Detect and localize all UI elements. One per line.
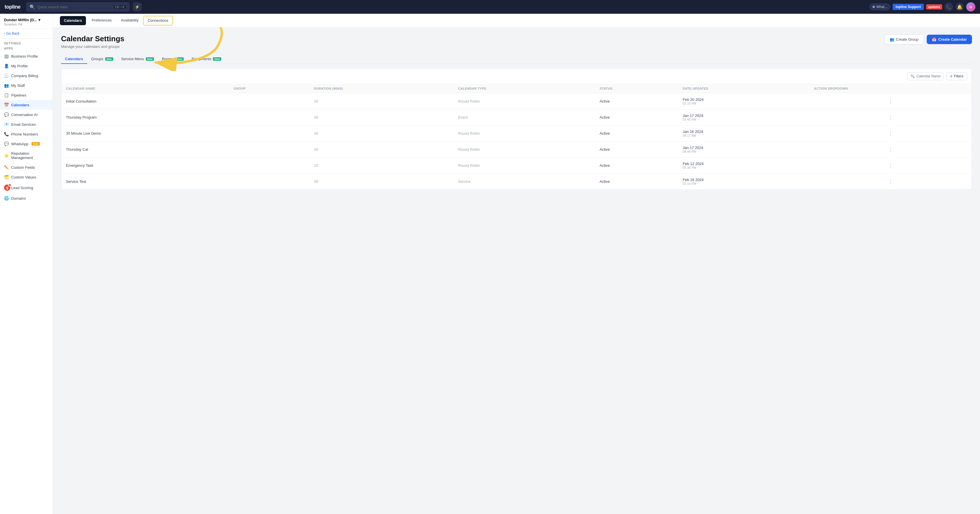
go-back-link[interactable]: ‹ Go Back xyxy=(0,29,53,39)
sidebar-item-custom-values[interactable]: 🗂️ Custom Values xyxy=(0,172,53,182)
email-icon: 📧 xyxy=(4,122,9,127)
search-icon: 🔍 xyxy=(910,74,915,78)
sidebar-item-company-billing[interactable]: 🧾 Company Billing xyxy=(0,71,53,81)
cell-duration: 30 xyxy=(309,142,453,158)
cell-action[interactable]: ⋮ xyxy=(810,110,972,126)
phone-icon: 📞 xyxy=(4,132,9,136)
cell-action[interactable]: ⋮ xyxy=(810,173,972,190)
subnav: Calendars Preferences Availability Conne… xyxy=(53,14,980,27)
pipelines-icon: 📋 xyxy=(4,93,9,97)
search-icon: 🔍 xyxy=(30,4,35,10)
cell-action[interactable]: ⋮ xyxy=(810,93,972,110)
cell-type: Round Robin xyxy=(453,158,595,173)
bolt-button[interactable]: ⚡ xyxy=(133,3,142,11)
sidebar-item-custom-fields[interactable]: ✏️ Custom Fields xyxy=(0,162,53,172)
cell-duration: 30 xyxy=(309,93,453,110)
billing-icon: 🧾 xyxy=(4,73,9,78)
group-icon: 👥 xyxy=(890,37,894,41)
cell-group xyxy=(229,93,309,110)
col-calendar-name: Calendar Name xyxy=(61,84,229,93)
cell-group xyxy=(229,173,309,190)
sidebar-item-label: Custom Values xyxy=(11,175,36,179)
company-selector[interactable]: Dunder Mifflin [D... ▾ Scranton, PA xyxy=(0,14,53,29)
table-toolbar: 🔍 Calendar Name ≡ Filters xyxy=(61,69,972,84)
building-icon: 🏢 xyxy=(4,54,9,59)
col-date-updated: Date Updated xyxy=(678,84,810,93)
sidebar-item-conversation-ai[interactable]: 💬 Conversation AI xyxy=(0,110,53,119)
subnav-tab-availability[interactable]: Availability xyxy=(116,14,143,27)
table-header-row: Calendar Name Group Duration (mins) Cale… xyxy=(61,84,972,93)
calendars-table-card: 🔍 Calendar Name ≡ Filters Calendar Name … xyxy=(61,68,972,190)
cell-date-updated: Jan 16 2024 09 17 AM xyxy=(678,126,810,142)
sidebar-item-label: Calendars xyxy=(11,103,29,107)
inner-tab-equipments[interactable]: Equipments New xyxy=(188,54,225,64)
sidebar-item-whatsapp[interactable]: 💬 WhatsApp beta xyxy=(0,139,53,149)
sidebar-item-my-profile[interactable]: 👤 My Profile xyxy=(0,61,53,71)
company-location: Scranton, PA xyxy=(4,22,49,26)
sidebar-item-label: Business Profile xyxy=(11,54,38,59)
subnav-tab-preferences[interactable]: Preferences xyxy=(87,14,116,27)
table-row: Thursday Cal 30 Round Robin Active Jan 1… xyxy=(61,142,972,158)
sidebar-item-business-profile[interactable]: 🏢 Business Profile xyxy=(0,51,53,61)
cell-action[interactable]: ⋮ xyxy=(810,126,972,142)
sidebar-item-pipelines[interactable]: 📋 Pipelines xyxy=(0,90,53,100)
inner-tab-rooms[interactable]: Rooms New xyxy=(158,54,188,64)
sidebar-item-label: Custom Fields xyxy=(11,165,35,170)
search-input[interactable] xyxy=(38,5,111,9)
subnav-tab-connections[interactable]: Connections xyxy=(143,16,173,25)
phone-icon-button[interactable]: 📞 xyxy=(945,3,953,11)
cell-action[interactable]: ⋮ xyxy=(810,158,972,173)
updates-button[interactable]: updates xyxy=(926,4,942,10)
sidebar-item-label: My Staff xyxy=(11,83,25,88)
table-row: Service Test 30 Service Active Feb 16 20… xyxy=(61,173,972,190)
sidebar-item-reputation-management[interactable]: ⭐ Reputation Management xyxy=(0,149,53,162)
create-group-button[interactable]: 👥 Create Group xyxy=(884,34,924,45)
cell-type: Round Robin xyxy=(453,142,595,158)
values-icon: 🗂️ xyxy=(4,175,9,179)
subnav-tab-calendars[interactable]: Calendars xyxy=(60,16,86,25)
new-badge: New xyxy=(146,57,154,61)
sidebar-item-label: Lead Scoring xyxy=(11,186,33,190)
create-calendar-button[interactable]: 📅 Create Calendar xyxy=(927,35,972,44)
chat-icon: 💬 xyxy=(4,112,9,117)
page-title: Calendar Settings xyxy=(61,34,124,43)
table-row: 30 Minute Live Demo 30 Round Robin Activ… xyxy=(61,126,972,142)
inner-tab-calendars[interactable]: Calendars xyxy=(61,54,87,64)
new-badge: New xyxy=(175,57,184,61)
cell-group xyxy=(229,142,309,158)
top-navigation: topline 🔍 Ctrl + K ⚡ What... topline Sup… xyxy=(0,0,980,14)
calendars-table: Calendar Name Group Duration (mins) Cale… xyxy=(61,84,972,189)
inner-tab-label: Service Menu xyxy=(121,57,144,61)
calendar-name-search[interactable]: 🔍 Calendar Name xyxy=(907,72,943,80)
sidebar-item-label: Conversation AI xyxy=(11,113,38,117)
sidebar-item-my-staff[interactable]: 👥 My Staff xyxy=(0,81,53,90)
search-placeholder: Calendar Name xyxy=(916,74,940,78)
sidebar-item-calendars[interactable]: 📅 Calendars xyxy=(0,100,53,110)
filters-button[interactable]: ≡ Filters xyxy=(947,72,967,80)
sidebar-item-domains[interactable]: 🌐 Domains xyxy=(0,193,53,203)
cell-action[interactable]: ⋮ xyxy=(810,142,972,158)
cell-date-updated: Feb 12 2024 05 38 PM xyxy=(678,158,810,173)
inner-tab-groups[interactable]: Groups New xyxy=(87,54,117,64)
topnav-right-section: What... topline Support updates 📞 🔔 U xyxy=(869,2,975,11)
new-badge: New xyxy=(105,57,113,61)
cell-calendar-name: Emergency Task xyxy=(61,158,229,173)
search-bar[interactable]: 🔍 Ctrl + K xyxy=(26,2,129,11)
page-title-block: Calendar Settings Manage your calendars … xyxy=(61,34,124,49)
content-header: Calendar Settings Manage your calendars … xyxy=(61,34,972,49)
sidebar-item-phone-numbers[interactable]: 📞 Phone Numbers xyxy=(0,129,53,139)
avatar[interactable]: U xyxy=(966,2,975,11)
table-row: Emergency Task 15 Round Robin Active Feb… xyxy=(61,158,972,173)
bell-icon-button[interactable]: 🔔 xyxy=(955,3,964,11)
whatsapp-label: What... xyxy=(876,5,887,9)
sidebar-item-label: My Profile xyxy=(11,64,28,68)
search-shortcut: Ctrl + K xyxy=(113,5,126,9)
cell-status: Active xyxy=(595,173,678,190)
sidebar-item-lead-scoring[interactable]: g 2 Lead Scoring xyxy=(0,182,53,193)
cell-group xyxy=(229,126,309,142)
calendar-icon: 📅 xyxy=(4,103,9,107)
inner-tab-service-menu[interactable]: Service Menu New xyxy=(117,54,158,64)
sidebar-item-email-services[interactable]: 📧 Email Services xyxy=(0,119,53,129)
whatsapp-pill[interactable]: What... xyxy=(869,3,890,10)
support-button[interactable]: topline Support xyxy=(892,4,924,10)
